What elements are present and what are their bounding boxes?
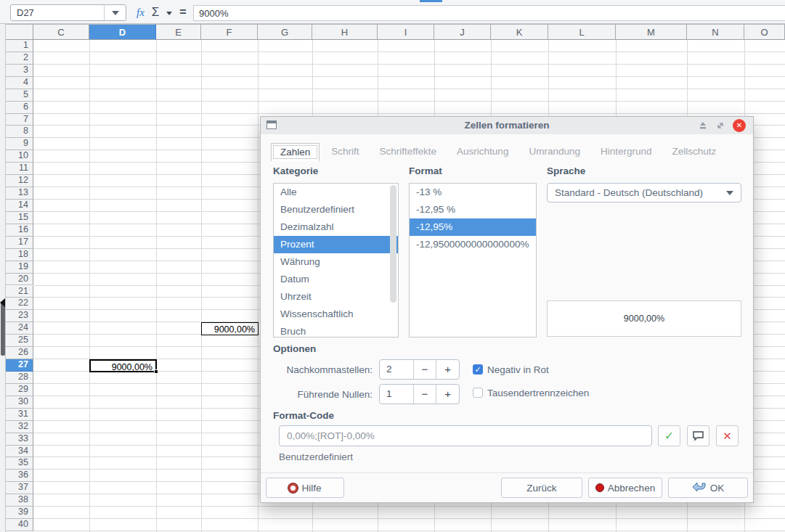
row-header-37[interactable]: 37 — [6, 482, 33, 494]
thousands-checkbox-row[interactable]: Tausendertrennzeichen — [473, 387, 589, 398]
list-item[interactable]: Datum — [274, 271, 398, 288]
fill-handle[interactable] — [154, 369, 158, 374]
scrollbar-thumb[interactable] — [390, 185, 396, 303]
row-header-18[interactable]: 18 — [6, 249, 33, 261]
list-item[interactable]: Prozent — [274, 236, 398, 253]
column-header-J[interactable]: J — [434, 24, 491, 40]
column-header-N[interactable]: N — [687, 24, 744, 40]
row-header-31[interactable]: 31 — [6, 409, 33, 421]
edit-comment-button[interactable] — [687, 425, 709, 446]
sum-icon[interactable]: Σ — [152, 5, 160, 20]
row-header-36[interactable]: 36 — [6, 470, 33, 482]
row-header-13[interactable]: 13 — [6, 187, 33, 200]
column-header-G[interactable]: G — [258, 24, 312, 40]
row-header-24[interactable]: 24 — [6, 322, 33, 335]
tab-hintergrund[interactable]: Hintergrund — [592, 143, 661, 161]
apply-format-code-button[interactable]: ✓ — [658, 425, 680, 446]
row-header-29[interactable]: 29 — [6, 384, 33, 396]
list-item[interactable]: Dezimalzahl — [274, 218, 398, 236]
row-header-8[interactable]: 8 — [6, 126, 33, 138]
leading-zeros-stepper[interactable]: 1 − + — [379, 384, 460, 404]
restore-window-icon[interactable] — [714, 119, 727, 132]
row-header-30[interactable]: 30 — [6, 396, 33, 409]
row-header-40[interactable]: 40 — [6, 519, 33, 531]
row-header-9[interactable]: 9 — [6, 138, 33, 150]
row-header-12[interactable]: 12 — [6, 175, 33, 187]
tab-zahlen[interactable]: Zahlen — [271, 143, 320, 161]
column-header-C[interactable]: C — [33, 24, 89, 40]
row-header-23[interactable]: 23 — [6, 310, 33, 322]
name-box-dropdown-button[interactable] — [104, 5, 126, 20]
shade-window-icon[interactable] — [696, 119, 709, 132]
cell-F24[interactable]: 9000,00% — [201, 322, 259, 335]
row-header-33[interactable]: 33 — [6, 433, 33, 446]
close-icon[interactable]: ✕ — [733, 119, 746, 132]
column-header-F[interactable]: F — [201, 24, 258, 40]
list-item[interactable]: -12,9500000000000000% — [410, 236, 536, 253]
row-header-1[interactable]: 1 — [6, 40, 33, 52]
decimals-plus-button[interactable]: + — [436, 360, 459, 379]
select-all-corner[interactable] — [6, 24, 33, 40]
format-code-input[interactable]: 0,00%;[ROT]-0,00% — [279, 425, 652, 446]
row-header-5[interactable]: 5 — [6, 89, 33, 102]
back-button[interactable]: Zurück — [501, 478, 582, 498]
row-header-39[interactable]: 39 — [6, 507, 33, 519]
row-header-22[interactable]: 22 — [6, 298, 33, 310]
list-item[interactable]: Benutzerdefiniert — [274, 201, 398, 218]
function-wizard-icon[interactable]: fx — [137, 7, 145, 19]
help-button[interactable]: Hilfe — [266, 478, 344, 498]
language-dropdown[interactable]: Standard - Deutsch (Deutschland) — [547, 183, 741, 202]
tab-schrift[interactable]: Schrift — [322, 143, 367, 161]
list-item[interactable]: -12,95 % — [410, 201, 536, 218]
row-header-7[interactable]: 7 — [6, 114, 33, 126]
tab-umrandung[interactable]: Umrandung — [520, 143, 589, 161]
list-item[interactable]: Bruch — [274, 323, 398, 337]
delete-format-button[interactable]: ✕ — [716, 425, 739, 446]
column-header-O[interactable]: O — [744, 24, 785, 40]
checked-checkbox-icon[interactable]: ✓ — [473, 364, 483, 375]
row-header-28[interactable]: 28 — [6, 372, 33, 384]
decimals-minus-button[interactable]: − — [413, 360, 436, 379]
row-header-4[interactable]: 4 — [6, 77, 33, 89]
column-header-K[interactable]: K — [491, 24, 548, 40]
row-header-25[interactable]: 25 — [6, 335, 33, 347]
list-item[interactable]: Währung — [274, 253, 398, 271]
row-header-21[interactable]: 21 — [6, 286, 33, 298]
row-header-35[interactable]: 35 — [6, 457, 33, 470]
ok-button[interactable]: OK — [668, 478, 748, 498]
column-header-M[interactable]: M — [616, 24, 687, 40]
format-list[interactable]: -13 %-12,95 %-12,95%-12,9500000000000000… — [409, 183, 537, 337]
column-header-I[interactable]: I — [378, 24, 434, 40]
list-item[interactable]: Alle — [274, 184, 398, 201]
row-header-14[interactable]: 14 — [6, 200, 33, 212]
list-item[interactable]: Wissenschaftlich — [274, 306, 398, 323]
equals-icon[interactable]: = — [179, 6, 186, 19]
column-header-E[interactable]: E — [156, 24, 201, 40]
formula-input[interactable]: 9000% — [193, 5, 785, 21]
row-header-34[interactable]: 34 — [6, 446, 33, 458]
tab-ausrichtung[interactable]: Ausrichtung — [448, 143, 517, 161]
row-header-11[interactable]: 11 — [6, 163, 33, 175]
row-header-27[interactable]: 27 — [6, 359, 33, 372]
column-header-L[interactable]: L — [548, 24, 616, 40]
column-header-H[interactable]: H — [312, 24, 378, 40]
list-item[interactable]: Uhrzeit — [274, 288, 398, 306]
row-header-19[interactable]: 19 — [6, 261, 33, 274]
unchecked-checkbox-icon[interactable] — [473, 388, 483, 398]
row-header-6[interactable]: 6 — [6, 102, 33, 114]
row-header-3[interactable]: 3 — [6, 65, 33, 77]
row-header-17[interactable]: 17 — [6, 237, 33, 249]
decimals-value[interactable]: 2 — [380, 360, 413, 379]
leading-zeros-value[interactable]: 1 — [380, 385, 413, 404]
category-list[interactable]: AlleBenutzerdefiniertDezimalzahlProzentW… — [273, 183, 399, 337]
cancel-button[interactable]: Abbrechen — [588, 478, 662, 498]
leading-zeros-plus-button[interactable]: + — [436, 385, 459, 404]
row-header-38[interactable]: 38 — [6, 494, 33, 507]
row-header-26[interactable]: 26 — [6, 347, 33, 359]
decimals-stepper[interactable]: 2 − + — [379, 359, 460, 380]
negative-red-checkbox-row[interactable]: ✓ Negativ in Rot — [473, 364, 549, 375]
split-arrow-icon[interactable] — [0, 298, 5, 307]
row-header-32[interactable]: 32 — [6, 421, 33, 433]
tab-schrifteffekte[interactable]: Schrifteffekte — [371, 143, 446, 161]
left-panel-strip[interactable] — [0, 24, 6, 532]
